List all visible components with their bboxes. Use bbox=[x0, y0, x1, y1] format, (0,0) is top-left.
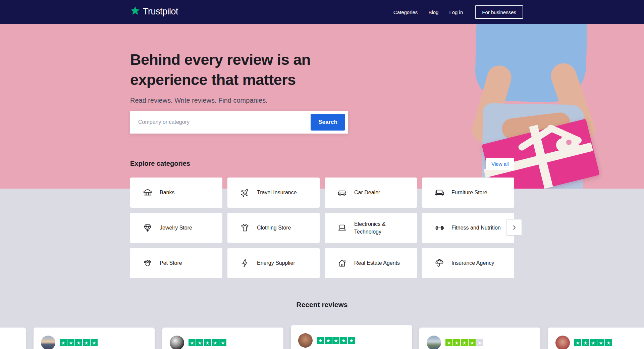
trustpilot-star-icon bbox=[130, 6, 140, 17]
category-label: Pet Store bbox=[160, 259, 182, 267]
review-card-4[interactable]: ★★★★★ bbox=[419, 328, 540, 349]
star-icon: ★ bbox=[332, 337, 339, 344]
star-icon: ★ bbox=[590, 339, 597, 346]
avatar bbox=[298, 333, 313, 348]
star-icon: ★ bbox=[219, 339, 226, 346]
hero-title-line2: experience that matters bbox=[130, 70, 311, 90]
category-card-electronics-technology[interactable]: Electronics & Technology bbox=[325, 213, 417, 243]
hero-title: Behind every review is an experience tha… bbox=[130, 50, 311, 90]
category-label: Fitness and Nutrition bbox=[451, 224, 501, 232]
category-label: Travel Insurance bbox=[257, 189, 297, 196]
review-card-3[interactable]: ★★★★★ bbox=[291, 325, 412, 349]
trustpilot-homepage: Trustpilot Categories Blog Log in For bu… bbox=[0, 0, 644, 349]
category-card-banks[interactable]: Banks bbox=[130, 178, 222, 208]
nav-categories[interactable]: Categories bbox=[393, 9, 418, 15]
dumbbell-icon bbox=[434, 223, 444, 233]
avatar bbox=[427, 336, 441, 349]
hero-image bbox=[462, 24, 603, 189]
category-card-energy-supplier[interactable]: Energy Supplier bbox=[227, 248, 320, 278]
review-card-partial-left[interactable] bbox=[0, 328, 26, 349]
recent-reviews-heading: Recent reviews bbox=[0, 301, 644, 309]
nav-login[interactable]: Log in bbox=[449, 9, 463, 15]
star-rating: ★★★★★ bbox=[574, 339, 612, 346]
star-icon: ★ bbox=[75, 339, 82, 346]
search-bar: Search bbox=[130, 111, 348, 134]
bank-icon bbox=[143, 188, 153, 198]
star-rating: ★★★★★ bbox=[60, 339, 98, 346]
star-rating: ★★★★★ bbox=[317, 337, 355, 344]
for-businesses-button[interactable]: For businesses bbox=[475, 5, 523, 19]
umbrella-icon bbox=[434, 258, 444, 268]
category-card-furniture-store[interactable]: Furniture Store bbox=[422, 178, 514, 208]
view-all-button[interactable]: View all bbox=[486, 158, 514, 170]
category-card-jewelry-store[interactable]: Jewelry Store bbox=[130, 213, 222, 243]
car-icon bbox=[337, 188, 347, 198]
paw-icon bbox=[143, 258, 153, 268]
explore-categories-heading: Explore categories bbox=[130, 160, 190, 167]
star-rating: ★★★★★ bbox=[445, 339, 483, 346]
star-icon: ★ bbox=[340, 337, 347, 344]
category-card-pet-store[interactable]: Pet Store bbox=[130, 248, 222, 278]
hero-subtitle: Read reviews. Write reviews. Find compan… bbox=[130, 97, 268, 104]
category-card-car-dealer[interactable]: Car Dealer bbox=[325, 178, 417, 208]
plane-icon bbox=[240, 188, 250, 198]
star-icon: ★ bbox=[461, 339, 468, 346]
star-icon: ★ bbox=[469, 339, 476, 346]
category-label: Jewelry Store bbox=[160, 224, 192, 232]
category-label: Furniture Store bbox=[451, 189, 487, 196]
category-label: Insurance Agency bbox=[451, 259, 494, 267]
star-icon: ★ bbox=[204, 339, 211, 346]
hero-title-line1: Behind every review is an bbox=[130, 50, 311, 70]
sofa-icon bbox=[434, 188, 444, 198]
category-grid: Banks Travel Insurance Car Dealer Furnit… bbox=[130, 178, 515, 278]
star-icon: ★ bbox=[582, 339, 589, 346]
search-button[interactable]: Search bbox=[311, 114, 345, 131]
avatar bbox=[555, 336, 570, 349]
star-icon: ★ bbox=[325, 337, 332, 344]
star-icon: ★ bbox=[348, 337, 355, 344]
star-rating: ★★★★★ bbox=[189, 339, 226, 346]
category-label: Real Estate Agents bbox=[354, 259, 400, 267]
nav-blog[interactable]: Blog bbox=[428, 9, 438, 15]
category-card-travel-insurance[interactable]: Travel Insurance bbox=[227, 178, 320, 208]
category-card-fitness-nutrition[interactable]: Fitness and Nutrition bbox=[422, 213, 514, 243]
star-icon: ★ bbox=[597, 339, 604, 346]
brand-wordmark: Trustpilot bbox=[143, 6, 178, 17]
star-icon: ★ bbox=[476, 339, 483, 346]
trustpilot-logo[interactable]: Trustpilot bbox=[130, 6, 178, 17]
chevron-right-icon bbox=[511, 225, 517, 231]
category-label: Banks bbox=[160, 189, 174, 196]
star-icon: ★ bbox=[212, 339, 219, 346]
tshirt-icon bbox=[240, 223, 250, 233]
avatar bbox=[170, 336, 184, 349]
house-icon bbox=[337, 258, 347, 268]
star-icon: ★ bbox=[453, 339, 460, 346]
star-icon: ★ bbox=[317, 337, 324, 344]
search-input[interactable] bbox=[130, 111, 311, 134]
star-icon: ★ bbox=[196, 339, 203, 346]
category-label: Energy Supplier bbox=[257, 259, 295, 267]
category-label: Clothing Store bbox=[257, 224, 291, 232]
star-icon: ★ bbox=[445, 339, 452, 346]
star-icon: ★ bbox=[67, 339, 74, 346]
star-icon: ★ bbox=[189, 339, 196, 346]
category-card-clothing-store[interactable]: Clothing Store bbox=[227, 213, 320, 243]
main-nav: Categories Blog Log in For businesses bbox=[393, 0, 523, 24]
lightning-icon bbox=[240, 258, 250, 268]
review-card-1[interactable]: ★★★★★ bbox=[34, 328, 155, 349]
categories-next-button[interactable] bbox=[506, 219, 522, 236]
avatar bbox=[41, 336, 55, 349]
star-icon: ★ bbox=[83, 339, 90, 346]
diamond-icon bbox=[143, 223, 153, 233]
category-label: Car Dealer bbox=[354, 189, 380, 196]
category-label: Electronics & Technology bbox=[354, 220, 412, 236]
star-icon: ★ bbox=[574, 339, 581, 346]
review-card-2[interactable]: ★★★★★ bbox=[162, 328, 283, 349]
star-icon: ★ bbox=[605, 339, 612, 346]
review-card-5[interactable]: ★★★★★ bbox=[548, 328, 644, 349]
header: Trustpilot Categories Blog Log in For bu… bbox=[0, 0, 644, 24]
category-card-real-estate-agents[interactable]: Real Estate Agents bbox=[325, 248, 417, 278]
star-icon: ★ bbox=[91, 339, 98, 346]
laptop-icon bbox=[337, 223, 347, 233]
category-card-insurance-agency[interactable]: Insurance Agency bbox=[422, 248, 514, 278]
